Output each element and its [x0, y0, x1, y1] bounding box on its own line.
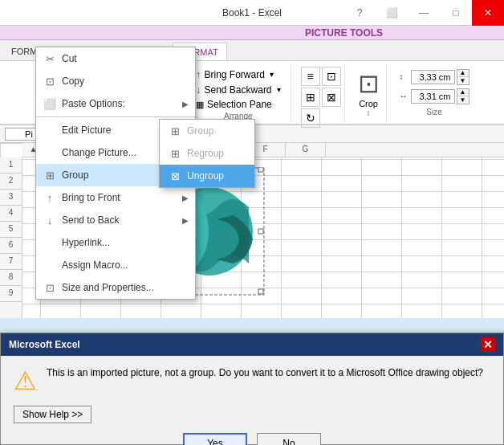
send-backward-button[interactable]: ↓ Send Backward ▾	[193, 82, 284, 97]
submenu-group-icon: ⊞	[168, 124, 182, 138]
width-up-arrow[interactable]: ▲	[457, 89, 469, 96]
crop-group-label: ↕	[367, 108, 371, 117]
svg-rect-8	[258, 289, 263, 294]
bring-forward-button[interactable]: ↑ Bring Forward ▾	[193, 67, 284, 82]
dialog-close-button[interactable]: ✕	[481, 337, 495, 352]
rotate-button[interactable]: ↻	[301, 108, 320, 128]
menu-assign-macro[interactable]: Assign Macro...	[36, 254, 195, 276]
submenu: ⊞ Group ⊞ Regroup ⊠ Ungroup	[159, 119, 255, 188]
submenu-regroup[interactable]: ⊞ Regroup	[160, 142, 254, 165]
send-backward-icon: ↓	[196, 84, 201, 96]
menu-group-label: Group	[62, 169, 88, 181]
submenu-group[interactable]: ⊞ Group	[160, 120, 254, 142]
dialog-box: Microsoft Excel ✕ ⚠ This is an imported …	[0, 333, 504, 445]
minimize-button[interactable]: —	[408, 0, 440, 26]
dialog-title: Microsoft Excel	[9, 339, 80, 350]
align-button-4[interactable]: ⊠	[322, 88, 341, 107]
menu-paste-options[interactable]: ⬜ Paste Options: ▶	[36, 92, 195, 115]
menu-change-label: Change Picture...	[62, 147, 136, 158]
maximize-button[interactable]: □	[440, 0, 472, 26]
bring-front-arrow: ▶	[182, 194, 189, 202]
bring-forward-icon: ↑	[196, 68, 201, 80]
restore-button[interactable]: ⬜	[376, 0, 408, 26]
row-2: 2	[0, 174, 22, 190]
crop-icon: ⊡	[358, 68, 380, 99]
bring-forward-label: Bring Forward	[205, 69, 265, 80]
size-group: ↕ ▲ ▼ ↔ ▲ ▼ Size	[393, 66, 476, 120]
row-headers: 1 2 3 4 5 6 7 8 9	[0, 157, 22, 318]
change-icon	[43, 145, 57, 160]
row-6: 6	[0, 238, 22, 254]
row-1: 1	[0, 157, 22, 174]
menu-hyperlink[interactable]: Hyperlink...	[36, 231, 195, 254]
menu-bring-to-front[interactable]: ↑ Bring to Front ▶	[36, 186, 195, 209]
send-backward-dropdown-arrow[interactable]: ▾	[277, 85, 281, 94]
cut-icon: ✂	[43, 51, 57, 66]
width-input[interactable]	[411, 89, 455, 104]
selection-pane-button[interactable]: ▦ Selection Pane	[193, 97, 284, 112]
show-help-button[interactable]: Show Help >>	[14, 406, 91, 423]
menu-size-properties[interactable]: ⊡ Size and Properties...	[36, 276, 195, 299]
height-spinner[interactable]: ▲ ▼	[457, 69, 469, 85]
height-icon: ↕	[400, 72, 409, 81]
warning-icon: ⚠	[14, 365, 37, 396]
submenu-group-label: Group	[187, 125, 213, 137]
row-7: 7	[0, 254, 22, 270]
dialog-message: This is an imported picture, not a group…	[47, 365, 490, 380]
yes-button[interactable]: Yes	[183, 433, 247, 445]
menu-copy-label: Copy	[62, 76, 84, 87]
menu-copy[interactable]: ⊡ Copy	[36, 70, 195, 92]
width-icon: ↔	[400, 92, 409, 100]
width-input-row: ↔ ▲ ▼	[400, 88, 469, 104]
window-title: Book1 - Excel	[222, 7, 282, 18]
height-up-arrow[interactable]: ▲	[457, 70, 469, 77]
align-button-1[interactable]: ≡	[301, 67, 320, 86]
width-down-arrow[interactable]: ▼	[457, 96, 469, 104]
send-back-arrow: ▶	[182, 216, 189, 225]
menu-cut-label: Cut	[62, 53, 77, 64]
svg-rect-5	[258, 229, 263, 234]
menu-edit-label: Edit Picture	[62, 125, 111, 136]
selection-pane-icon: ▦	[196, 100, 204, 110]
menu-send-to-back[interactable]: ↓ Send to Back ▶	[36, 209, 195, 231]
paste-icon: ⬜	[43, 96, 57, 111]
row-5: 5	[0, 222, 22, 238]
align-button-2[interactable]: ⊡	[322, 67, 341, 86]
selection-pane-label: Selection Pane	[207, 99, 272, 110]
bring-front-icon: ↑	[43, 190, 57, 205]
copy-icon: ⊡	[43, 74, 57, 88]
dialog-title-bar: Microsoft Excel ✕	[1, 333, 503, 356]
col-g: G	[286, 143, 326, 157]
no-button[interactable]: No	[257, 433, 321, 445]
height-down-arrow[interactable]: ▼	[457, 77, 469, 84]
size-props-icon: ⊡	[43, 280, 57, 295]
picture-tools-label: PICTURE TOOLS	[305, 27, 383, 39]
title-bar-controls: ? ⬜ — □ ✕	[343, 0, 504, 26]
paste-arrow: ▶	[182, 100, 189, 108]
row-3: 3	[0, 190, 22, 206]
picture-tools-bar: PICTURE TOOLS	[0, 26, 504, 40]
send-backward-label: Send Backward	[205, 84, 272, 96]
menu-macro-label: Assign Macro...	[62, 259, 128, 271]
title-bar: Book1 - Excel ? ⬜ — □ ✕	[0, 0, 504, 26]
height-input-row: ↕ ▲ ▼	[400, 69, 469, 85]
align-button-3[interactable]: ⊞	[301, 88, 320, 107]
submenu-ungroup[interactable]: ⊠ Ungroup	[160, 165, 254, 187]
edit-icon	[43, 123, 57, 137]
send-back-icon: ↓	[43, 213, 57, 227]
row-4: 4	[0, 206, 22, 222]
menu-send-back-label: Send to Back	[62, 214, 119, 226]
menu-cut[interactable]: ✂ Cut	[36, 47, 195, 70]
crop-label: Crop	[359, 99, 378, 108]
bring-forward-dropdown-arrow[interactable]: ▾	[270, 70, 274, 79]
macro-icon	[43, 258, 57, 272]
close-button[interactable]: ✕	[472, 0, 504, 26]
submenu-regroup-label: Regroup	[187, 148, 224, 159]
width-spinner[interactable]: ▲ ▼	[457, 88, 469, 104]
menu-size-props-label: Size and Properties...	[62, 282, 154, 293]
submenu-ungroup-label: Ungroup	[187, 170, 224, 182]
help-button[interactable]: ?	[343, 0, 376, 26]
height-input[interactable]	[411, 70, 455, 84]
crop-button[interactable]: ⊡ Crop ↕	[352, 65, 387, 120]
size-group-label: Size	[400, 108, 469, 116]
